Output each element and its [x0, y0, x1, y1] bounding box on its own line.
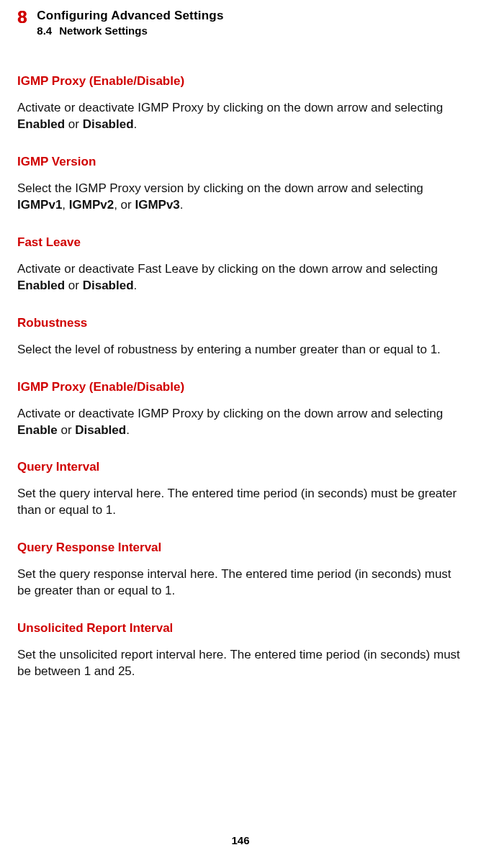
section-body: Set the unsolicited report interval here…: [17, 647, 464, 680]
body-text: or: [65, 279, 83, 292]
bold-text: Enabled: [17, 279, 65, 292]
chapter-number: 8: [17, 9, 27, 26]
bold-text: Disabled: [75, 423, 126, 437]
body-text: .: [134, 279, 138, 292]
body-text: Activate or deactivate IGMP Proxy by cli…: [17, 101, 443, 114]
section-heading: Fast Leave: [17, 235, 464, 250]
bold-text: Enable: [17, 423, 58, 437]
body-text: Set the query interval here. The entered…: [17, 487, 457, 517]
body-text: Activate or deactivate Fast Leave by cli…: [17, 262, 438, 276]
section-body: Select the IGMP Proxy version by clickin…: [17, 181, 464, 214]
section-body: Set the query interval here. The entered…: [17, 486, 464, 519]
sections-container: IGMP Proxy (Enable/Disable)Activate or d…: [17, 74, 464, 680]
section: IGMP Proxy (Enable/Disable)Activate or d…: [17, 380, 464, 439]
header-titles: Configuring Advanced Settings 8.4 Networ…: [37, 9, 223, 37]
subsection-number: 8.4: [37, 24, 52, 37]
body-text: or: [65, 117, 83, 131]
body-text: .: [134, 117, 138, 131]
section: IGMP VersionSelect the IGMP Proxy versio…: [17, 155, 464, 214]
section-body: Activate or deactivate IGMP Proxy by cli…: [17, 100, 464, 133]
section: Query Response IntervalSet the query res…: [17, 541, 464, 600]
subsection-line: 8.4 Network Settings: [37, 24, 223, 37]
bold-text: IGMPv1: [17, 198, 62, 212]
bold-text: Disabled: [83, 279, 134, 292]
section: IGMP Proxy (Enable/Disable)Activate or d…: [17, 74, 464, 133]
body-text: Select the IGMP Proxy version by clickin…: [17, 181, 423, 195]
body-text: , or: [114, 198, 135, 212]
section: Fast LeaveActivate or deactivate Fast Le…: [17, 235, 464, 294]
section-body: Activate or deactivate IGMP Proxy by cli…: [17, 406, 464, 439]
section: Unsolicited Report IntervalSet the unsol…: [17, 621, 464, 680]
bold-text: Disabled: [83, 117, 134, 131]
body-text: Activate or deactivate IGMP Proxy by cli…: [17, 407, 443, 420]
section: RobustnessSelect the level of robustness…: [17, 316, 464, 358]
bold-text: IGMPv2: [69, 198, 114, 212]
section: Query IntervalSet the query interval her…: [17, 460, 464, 519]
section-body: Activate or deactivate Fast Leave by cli…: [17, 261, 464, 294]
subsection-title: Network Settings: [59, 24, 148, 37]
section-heading: IGMP Version: [17, 155, 464, 169]
section-heading: Robustness: [17, 316, 464, 330]
body-text: or: [58, 423, 76, 437]
body-text: Set the query response interval here. Th…: [17, 567, 451, 597]
body-text: .: [180, 198, 184, 212]
body-text: Set the unsolicited report interval here…: [17, 648, 460, 678]
body-text: Select the level of robustness by enteri…: [17, 343, 441, 356]
section-heading: IGMP Proxy (Enable/Disable): [17, 74, 464, 89]
section-body: Set the query response interval here. Th…: [17, 566, 464, 600]
section-heading: Query Response Interval: [17, 541, 464, 555]
section-heading: IGMP Proxy (Enable/Disable): [17, 380, 464, 394]
page-header: 8 Configuring Advanced Settings 8.4 Netw…: [17, 9, 464, 37]
page-number: 146: [0, 834, 481, 846]
chapter-title: Configuring Advanced Settings: [37, 9, 223, 23]
body-text: ,: [62, 198, 68, 212]
bold-text: IGMPv3: [135, 198, 179, 212]
body-text: .: [126, 423, 130, 437]
section-body: Select the level of robustness by enteri…: [17, 342, 464, 358]
section-heading: Unsolicited Report Interval: [17, 621, 464, 636]
section-heading: Query Interval: [17, 460, 464, 474]
bold-text: Enabled: [17, 117, 65, 131]
